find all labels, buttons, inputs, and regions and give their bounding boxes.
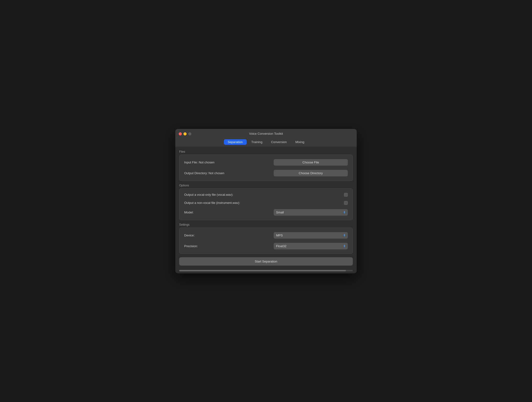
scrollbar-thumb xyxy=(179,270,346,271)
title-bar: Voice Conversion Toolkit Separation Trai… xyxy=(175,129,357,147)
settings-label: Settings xyxy=(179,223,353,226)
device-select-wrapper: MPS CPU CUDA ⬍ xyxy=(274,232,348,239)
maximize-button[interactable] xyxy=(188,132,191,135)
settings-section: Settings Device: MPS CPU CUDA ⬍ Precisio… xyxy=(179,223,353,254)
output-dir-row: Output Directory: Not chosen Choose Dire… xyxy=(184,170,348,176)
options-label: Options xyxy=(179,184,353,187)
tab-separation[interactable]: Separation xyxy=(224,139,247,145)
options-box: Output a vocal-only file (vocal.wav): Ou… xyxy=(179,188,353,220)
scrollbar[interactable] xyxy=(179,270,353,271)
device-label: Device: xyxy=(184,234,195,237)
precision-select-wrapper: Float32 Float16 Int8 ⬍ xyxy=(274,243,348,249)
precision-select[interactable]: Float32 Float16 Int8 xyxy=(274,243,348,249)
vocal-only-label: Output a vocal-only file (vocal.wav): xyxy=(184,193,233,197)
input-file-label: Input File: Not chosen xyxy=(184,160,214,164)
model-select-wrapper: Small Medium Large ⬍ xyxy=(274,209,348,216)
tab-bar: Separation Training Conversion Mixing xyxy=(179,138,353,147)
non-vocal-checkbox-container xyxy=(344,201,348,205)
close-button[interactable] xyxy=(179,132,182,135)
choose-file-button[interactable]: Choose File xyxy=(274,159,348,166)
files-label: Files xyxy=(179,150,353,153)
output-dir-label: Output Directory: Not chosen xyxy=(184,171,224,175)
precision-label: Precision: xyxy=(184,244,198,248)
settings-box: Device: MPS CPU CUDA ⬍ Precision: xyxy=(179,228,353,254)
tab-conversion[interactable]: Conversion xyxy=(267,139,291,145)
model-label: Model: xyxy=(184,211,194,214)
input-file-row: Input File: Not chosen Choose File xyxy=(184,159,348,166)
non-vocal-checkbox[interactable] xyxy=(344,201,348,205)
vocal-only-row: Output a vocal-only file (vocal.wav): xyxy=(184,193,348,197)
non-vocal-row: Output a non-vocal file (instrument.wav)… xyxy=(184,201,348,205)
device-row: Device: MPS CPU CUDA ⬍ xyxy=(184,232,348,239)
files-section: Files Input File: Not chosen Choose File… xyxy=(179,150,353,181)
tab-mixing[interactable]: Mixing xyxy=(291,139,308,145)
main-window: Voice Conversion Toolkit Separation Trai… xyxy=(175,129,357,274)
precision-row: Precision: Float32 Float16 Int8 ⬍ xyxy=(184,243,348,249)
window-controls xyxy=(179,132,191,135)
start-separation-button[interactable]: Start Separation xyxy=(179,257,353,266)
choose-directory-button[interactable]: Choose Directory xyxy=(274,170,348,176)
tab-training[interactable]: Training xyxy=(247,139,266,145)
window-title: Voice Conversion Toolkit xyxy=(179,132,353,138)
vocal-only-checkbox[interactable] xyxy=(344,193,348,197)
device-select[interactable]: MPS CPU CUDA xyxy=(274,232,348,239)
files-box: Input File: Not chosen Choose File Outpu… xyxy=(179,155,353,181)
options-section: Options Output a vocal-only file (vocal.… xyxy=(179,184,353,220)
non-vocal-label: Output a non-vocal file (instrument.wav)… xyxy=(184,201,240,204)
model-select[interactable]: Small Medium Large xyxy=(274,209,348,216)
main-content: Files Input File: Not chosen Choose File… xyxy=(175,147,357,269)
vocal-only-checkbox-container xyxy=(344,193,348,197)
model-row: Model: Small Medium Large ⬍ xyxy=(184,209,348,216)
minimize-button[interactable] xyxy=(184,132,187,135)
